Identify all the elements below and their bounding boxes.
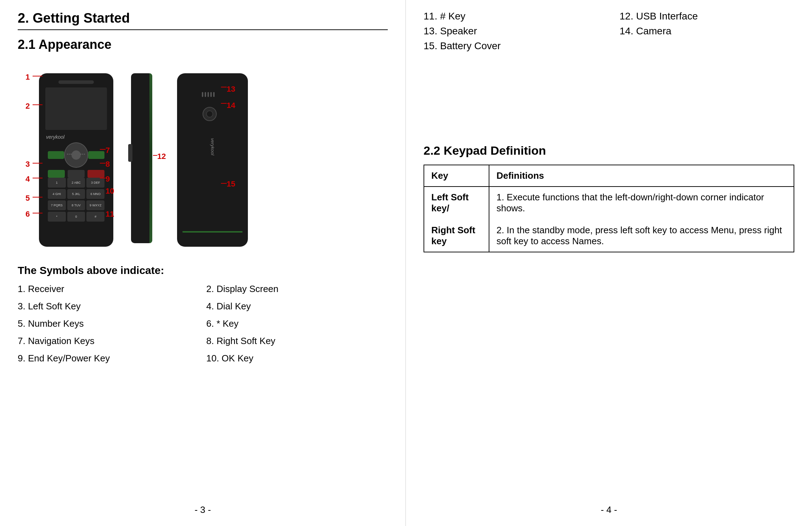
- center-key-button: [68, 170, 85, 178]
- symbol-10: 10. OK Key: [206, 353, 388, 364]
- main-section-title: 2. Getting Started: [18, 11, 388, 30]
- item-15: 15. Battery Cover: [424, 40, 501, 51]
- item-11: 11. # Key: [424, 11, 598, 22]
- spacer: [424, 62, 794, 133]
- label-8: 8: [106, 160, 110, 169]
- phone-logo-back: verykool: [210, 138, 215, 155]
- phone-back-view: verykool: [177, 66, 248, 247]
- phone-screen: [45, 87, 107, 130]
- table-row: Left Soft key/ Right Soft key 1. Execute…: [424, 187, 794, 252]
- label-9: 9: [106, 175, 110, 184]
- keypad-section-title: 2.2 Keypad Definition: [424, 144, 794, 158]
- line-9: [100, 178, 106, 178]
- label-7: 7: [106, 146, 110, 155]
- phone-receiver: [58, 80, 94, 84]
- label-4: 4: [25, 175, 30, 184]
- symbol-9: 9. End Key/Power Key: [18, 353, 199, 364]
- symbol-1: 1. Receiver: [18, 284, 199, 295]
- line-13: [221, 87, 227, 87]
- key-7: 7 PQRS: [48, 200, 66, 210]
- sub-section-title: 2.1 Appearance: [18, 37, 388, 52]
- symbol-8: 8. Right Soft Key: [206, 336, 388, 347]
- label-10: 10: [106, 187, 114, 196]
- key-1: 1: [48, 178, 66, 188]
- end-key-button: [87, 170, 104, 178]
- side-button: [128, 144, 132, 162]
- definition-cell: 1. Execute functions that the left-down/…: [489, 187, 794, 252]
- ok-button-circle: [72, 150, 81, 160]
- symbol-5: 5. Number Keys: [18, 318, 199, 329]
- label-12: 12: [157, 152, 166, 161]
- keypad-table: Key Definitions Left Soft key/ Right Sof…: [424, 165, 794, 252]
- line-8: [100, 163, 106, 164]
- keypad-table-header: Key Definitions: [424, 165, 794, 187]
- soft-keys-row: [48, 142, 104, 168]
- items-row-1: 11. # Key 12. USB Interface: [424, 11, 794, 22]
- key-cell: Left Soft key/ Right Soft key: [424, 187, 489, 252]
- key-6: 6 MNO: [86, 189, 104, 199]
- line-1: [33, 76, 42, 76]
- line-3: [33, 163, 42, 164]
- line-12: [153, 155, 157, 156]
- label-5: 5: [25, 194, 30, 203]
- symbol-6: 6. * Key: [206, 318, 388, 329]
- back-stripe: [182, 231, 243, 233]
- page-number-right: - 4 -: [424, 497, 794, 515]
- dial-end-row: [48, 170, 104, 178]
- header-row: Key Definitions: [424, 165, 794, 187]
- label-6: 6: [25, 210, 30, 219]
- line-15: [221, 183, 227, 184]
- definition-line-2: 2. In the standby mode, press left soft …: [496, 225, 782, 246]
- phone-camera: [203, 107, 217, 121]
- line-6: [33, 213, 42, 213]
- nav-right-dots: [80, 153, 85, 155]
- symbol-2: 2. Display Screen: [206, 284, 388, 295]
- label-11: 11: [106, 210, 114, 219]
- key-star: *: [48, 212, 66, 222]
- line-14: [221, 103, 227, 104]
- nav-left-dots: [67, 153, 72, 155]
- dial-key-button: [48, 170, 65, 178]
- keypad-table-body: Left Soft key/ Right Soft key 1. Execute…: [424, 187, 794, 252]
- key-5: 5 JKL: [67, 189, 85, 199]
- key-9: 9 WXYZ: [86, 200, 104, 210]
- label-14: 14: [227, 101, 235, 110]
- phone-diagram: verykool: [18, 63, 372, 261]
- top-items-list: 11. # Key 12. USB Interface 13. Speaker …: [424, 11, 794, 55]
- key-2: 2 ABC: [67, 178, 85, 188]
- key-8: 8 TUV: [67, 200, 85, 210]
- right-soft-key-button: [88, 151, 104, 159]
- symbol-7: 7. Navigation Keys: [18, 336, 199, 347]
- line-4: [33, 178, 42, 178]
- items-row-2: 13. Speaker 14. Camera: [424, 25, 794, 37]
- col-key: Key: [424, 165, 489, 187]
- phone-logo-front: verykool: [46, 134, 89, 141]
- line-7: [100, 149, 106, 150]
- nav-circle: [64, 142, 89, 168]
- left-soft-key-button: [48, 151, 64, 159]
- definition-line-1: 1. Execute functions that the left-down/…: [496, 192, 764, 213]
- item-13: 13. Speaker: [424, 25, 598, 37]
- symbols-section: The Symbols above indicate: 1. Receiver …: [18, 264, 388, 364]
- item-14: 14. Camera: [620, 25, 795, 37]
- item-12: 12. USB Interface: [620, 11, 795, 22]
- col-definitions: Definitions: [489, 165, 794, 187]
- key-hash: #: [86, 212, 104, 222]
- phone-side: [131, 73, 152, 243]
- line-5: [33, 197, 42, 198]
- line-2: [33, 104, 42, 105]
- label-1: 1: [25, 73, 30, 82]
- label-15: 15: [227, 179, 235, 189]
- right-soft-key-label: Right Soft key: [431, 225, 475, 246]
- left-page: 2. Getting Started 2.1 Appearance veryko…: [0, 0, 406, 526]
- label-2: 2: [25, 102, 30, 111]
- symbol-4: 4. Dial Key: [206, 301, 388, 312]
- phone-back-speaker: [202, 91, 223, 98]
- phone-keypad: 1 2 ABC 3 DEF 4 GHI 5 JKL 6 MNO 7 PQRS 8…: [46, 142, 106, 241]
- label-13: 13: [227, 85, 235, 94]
- key-4: 4 GHI: [48, 189, 66, 199]
- left-soft-key-label: Left Soft key/: [431, 192, 469, 213]
- side-stripe: [149, 73, 152, 243]
- symbols-title: The Symbols above indicate:: [18, 264, 388, 276]
- right-page: 11. # Key 12. USB Interface 13. Speaker …: [406, 0, 812, 526]
